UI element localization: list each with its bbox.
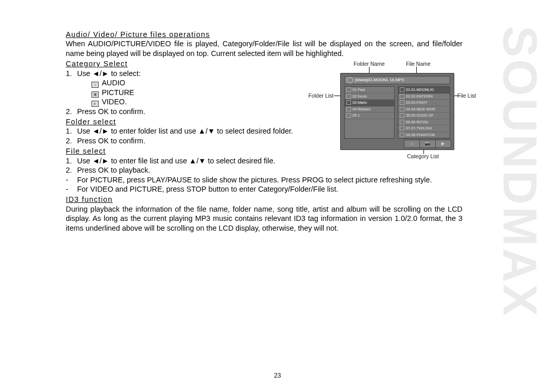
heading-id3: ID3 function (66, 195, 462, 204)
category-option-picture: ▣PICTURE (66, 88, 462, 97)
category-select-step1: Use ◄/► to select: (77, 69, 462, 78)
file-select-step1: Use ◄/► to enter file list and use ▲/▼ t… (77, 156, 462, 165)
brand-watermark: SOUNDMAX (496, 26, 544, 318)
video-icon: ▸ (91, 101, 99, 107)
folder-select-step2: Press OK to confirm. (77, 136, 462, 145)
heading-file-select: File select (66, 146, 462, 156)
list-number: 1. (66, 156, 77, 165)
list-number: 1. (66, 126, 77, 136)
list-dash: - (66, 175, 77, 184)
list-number: 1. (66, 69, 77, 78)
picture-icon: ▣ (91, 91, 99, 98)
file-note-picture: For PICTURE, press PLAY/PAUSE to slide s… (77, 175, 462, 184)
heading-category-select: Category Select (66, 59, 462, 68)
file-select-step2: Press OK to playback. (77, 165, 462, 175)
category-select-step2: Press OK to confirm. (77, 107, 462, 116)
list-number: 2. (66, 136, 77, 145)
intro-paragraph: When AUDIO/PICTURE/VIDEO file is played,… (66, 39, 462, 58)
file-note-video: For VIDEO and PICTURE, press STOP button… (77, 184, 462, 194)
page-number: 23 (0, 372, 555, 380)
folder-select-step1: Use ◄/► to enter folder list and use ▲/▼… (77, 126, 298, 136)
list-number: 2. (66, 107, 77, 116)
heading-operations: Audio/ Video/ Picture files operations (66, 30, 462, 39)
category-option-video: ▸VIDEO. (66, 97, 462, 106)
list-dash: - (66, 184, 77, 194)
content: Audio/ Video/ Picture files operations W… (66, 30, 462, 233)
list-number: 2. (66, 165, 77, 175)
id3-paragraph: During playback the information of the f… (66, 204, 462, 233)
category-option-audio: ♪AUDIO (66, 78, 462, 87)
audio-icon: ♪ (91, 82, 99, 88)
heading-folder-select: Folder select (66, 117, 462, 126)
